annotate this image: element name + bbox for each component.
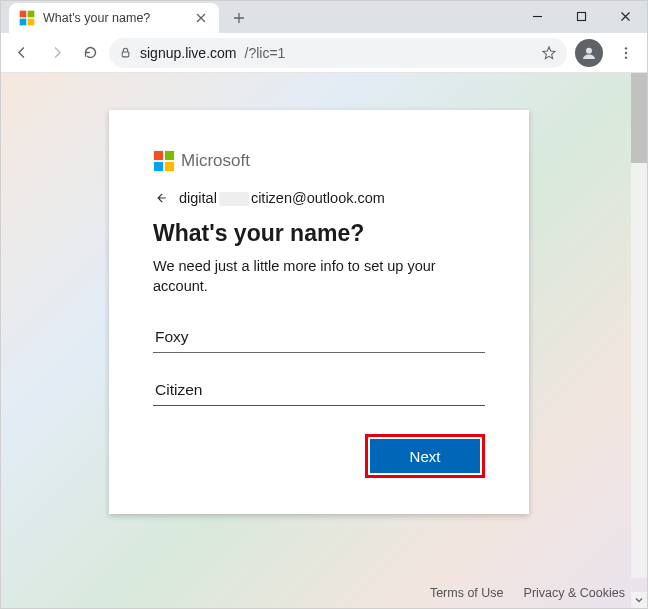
ms-favicon-icon <box>19 10 35 26</box>
first-name-field[interactable] <box>153 322 485 353</box>
svg-rect-3 <box>28 19 35 26</box>
brand-name: Microsoft <box>181 151 250 171</box>
lock-icon <box>119 46 132 59</box>
new-tab-button[interactable] <box>225 4 253 32</box>
page-heading: What's your name? <box>153 220 485 247</box>
svg-rect-4 <box>577 12 585 20</box>
svg-rect-2 <box>20 19 27 26</box>
url-path: /?lic=1 <box>245 45 286 61</box>
window-close-button[interactable] <box>603 1 647 31</box>
scrollbar-down-icon[interactable] <box>631 592 647 608</box>
svg-point-6 <box>586 47 592 53</box>
svg-point-8 <box>625 51 627 53</box>
nav-forward-button[interactable] <box>41 38 71 68</box>
svg-point-7 <box>625 47 627 49</box>
footer-links: Terms of Use Privacy & Cookies <box>430 586 625 600</box>
profile-avatar-icon[interactable] <box>575 39 603 67</box>
brand-row: Microsoft <box>153 150 485 172</box>
highlight-box: Next <box>365 434 485 478</box>
svg-rect-12 <box>154 162 163 171</box>
url-domain: signup.live.com <box>140 45 237 61</box>
svg-rect-13 <box>165 162 174 171</box>
identity-back-icon[interactable] <box>153 190 169 206</box>
svg-rect-0 <box>20 11 27 18</box>
microsoft-logo-icon <box>153 150 175 172</box>
nav-back-button[interactable] <box>7 38 37 68</box>
svg-rect-10 <box>154 151 163 160</box>
svg-point-9 <box>625 56 627 58</box>
browser-toolbar: signup.live.com/?lic=1 <box>1 33 647 73</box>
scrollbar-thumb[interactable] <box>631 73 647 163</box>
next-button[interactable]: Next <box>370 439 480 473</box>
bookmark-star-icon[interactable] <box>541 45 557 61</box>
redacted-segment <box>219 192 249 206</box>
window-maximize-button[interactable] <box>559 1 603 31</box>
tab-title: What's your name? <box>43 11 185 25</box>
identity-email: digitalcitizen@outlook.com <box>179 190 385 206</box>
last-name-field[interactable] <box>153 375 485 406</box>
window-minimize-button[interactable] <box>515 1 559 31</box>
terms-link[interactable]: Terms of Use <box>430 586 504 600</box>
signup-card: Microsoft digitalcitizen@outlook.com Wha… <box>109 110 529 514</box>
svg-rect-1 <box>28 11 35 18</box>
svg-rect-5 <box>122 52 129 57</box>
address-bar[interactable]: signup.live.com/?lic=1 <box>109 38 567 68</box>
titlebar: What's your name? <box>1 1 647 33</box>
page-subtext: We need just a little more info to set u… <box>153 257 485 296</box>
page-viewport: Microsoft digitalcitizen@outlook.com Wha… <box>1 73 647 608</box>
window-controls <box>515 1 647 31</box>
nav-reload-button[interactable] <box>75 38 105 68</box>
identity-row[interactable]: digitalcitizen@outlook.com <box>153 190 485 206</box>
browser-menu-button[interactable] <box>611 38 641 68</box>
browser-window: What's your name? signup.live.com/?lic=1 <box>0 0 648 609</box>
svg-rect-11 <box>165 151 174 160</box>
browser-tab[interactable]: What's your name? <box>9 3 219 33</box>
privacy-link[interactable]: Privacy & Cookies <box>524 586 625 600</box>
tab-close-icon[interactable] <box>193 10 209 26</box>
